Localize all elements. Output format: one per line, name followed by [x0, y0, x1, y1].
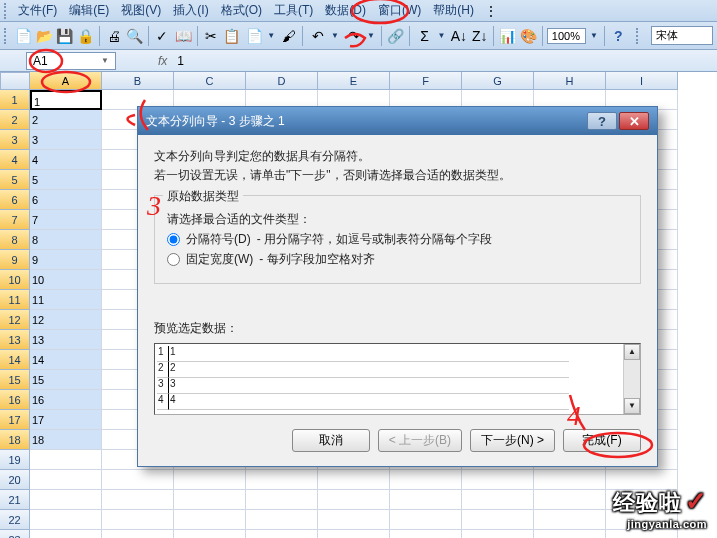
row-header-7[interactable]: 7: [0, 210, 30, 230]
format-painter-icon[interactable]: 🖌: [279, 25, 298, 47]
row-header-22[interactable]: 22: [0, 510, 30, 530]
cell-G23[interactable]: [462, 530, 534, 538]
cell-C20[interactable]: [174, 470, 246, 490]
cell-E21[interactable]: [318, 490, 390, 510]
cell-F20[interactable]: [390, 470, 462, 490]
new-icon[interactable]: 📄: [14, 25, 33, 47]
row-header-19[interactable]: 19: [0, 450, 30, 470]
sort-asc-icon[interactable]: A↓: [449, 25, 468, 47]
paste-icon[interactable]: 📄: [243, 25, 265, 47]
row-header-21[interactable]: 21: [0, 490, 30, 510]
cell-C21[interactable]: [174, 490, 246, 510]
cell-B21[interactable]: [102, 490, 174, 510]
cell-F21[interactable]: [390, 490, 462, 510]
row-header-4[interactable]: 4: [0, 150, 30, 170]
column-header-B[interactable]: B: [102, 72, 174, 90]
undo-icon[interactable]: ↶: [307, 25, 329, 47]
menu-insert[interactable]: 插入(I): [167, 0, 214, 21]
sort-desc-icon[interactable]: Z↓: [470, 25, 489, 47]
cell-A12[interactable]: 12: [30, 310, 102, 330]
cell-H23[interactable]: [534, 530, 606, 538]
cell-E20[interactable]: [318, 470, 390, 490]
row-header-13[interactable]: 13: [0, 330, 30, 350]
row-header-3[interactable]: 3: [0, 130, 30, 150]
cell-H21[interactable]: [534, 490, 606, 510]
row-header-23[interactable]: 23: [0, 530, 30, 538]
cell-A20[interactable]: [30, 470, 102, 490]
column-header-A[interactable]: A: [30, 72, 102, 90]
cell-A16[interactable]: 16: [30, 390, 102, 410]
cell-D22[interactable]: [246, 510, 318, 530]
column-header-E[interactable]: E: [318, 72, 390, 90]
zoom-arrow[interactable]: ▼: [588, 31, 600, 40]
dialog-help-button[interactable]: ?: [587, 112, 617, 130]
cell-A14[interactable]: 14: [30, 350, 102, 370]
row-header-6[interactable]: 6: [0, 190, 30, 210]
cell-E22[interactable]: [318, 510, 390, 530]
select-all-corner[interactable]: [0, 72, 30, 90]
cell-A21[interactable]: [30, 490, 102, 510]
menu-overflow[interactable]: ⋮: [480, 0, 502, 22]
cell-A13[interactable]: 13: [30, 330, 102, 350]
cell-A17[interactable]: 17: [30, 410, 102, 430]
column-header-C[interactable]: C: [174, 72, 246, 90]
permission-icon[interactable]: 🔒: [76, 25, 95, 47]
menu-view[interactable]: 视图(V): [115, 0, 167, 21]
drawing-icon[interactable]: 🎨: [519, 25, 538, 47]
copy-icon[interactable]: 📋: [222, 25, 241, 47]
cell-A2[interactable]: 2: [30, 110, 102, 130]
cell-A7[interactable]: 7: [30, 210, 102, 230]
save-icon[interactable]: 💾: [56, 25, 75, 47]
cell-A6[interactable]: 6: [30, 190, 102, 210]
font-box[interactable]: 宋体: [651, 26, 713, 45]
row-header-11[interactable]: 11: [0, 290, 30, 310]
cut-icon[interactable]: ✂: [202, 25, 221, 47]
radio-fixed[interactable]: [167, 253, 180, 266]
column-header-D[interactable]: D: [246, 72, 318, 90]
cell-E23[interactable]: [318, 530, 390, 538]
name-box[interactable]: A1 ▼: [26, 52, 116, 70]
scroll-down-icon[interactable]: ▼: [624, 398, 640, 414]
menu-file[interactable]: 文件(F): [12, 0, 63, 21]
preview-scrollbar[interactable]: ▲ ▼: [623, 344, 640, 414]
row-header-5[interactable]: 5: [0, 170, 30, 190]
row-header-15[interactable]: 15: [0, 370, 30, 390]
menu-data[interactable]: 数据(D): [319, 0, 372, 21]
cell-A9[interactable]: 9: [30, 250, 102, 270]
link-icon[interactable]: 🔗: [386, 25, 405, 47]
column-header-H[interactable]: H: [534, 72, 606, 90]
dialog-titlebar[interactable]: 文本分列向导 - 3 步骤之 1 ? ✕: [138, 107, 657, 135]
row-header-12[interactable]: 12: [0, 310, 30, 330]
cell-D20[interactable]: [246, 470, 318, 490]
cell-F22[interactable]: [390, 510, 462, 530]
row-header-17[interactable]: 17: [0, 410, 30, 430]
preview-icon[interactable]: 🔍: [125, 25, 144, 47]
print-icon[interactable]: 🖨: [104, 25, 123, 47]
radio-delimited[interactable]: [167, 233, 180, 246]
cell-C22[interactable]: [174, 510, 246, 530]
zoom-box[interactable]: 100%: [547, 28, 586, 44]
sum-dropdown[interactable]: Σ ▼: [414, 25, 448, 47]
menu-window[interactable]: 窗口(W): [372, 0, 427, 21]
cell-F23[interactable]: [390, 530, 462, 538]
cell-G22[interactable]: [462, 510, 534, 530]
row-header-1[interactable]: 1: [0, 90, 30, 110]
next-button[interactable]: 下一步(N) >: [470, 429, 555, 452]
cell-G20[interactable]: [462, 470, 534, 490]
cell-B20[interactable]: [102, 470, 174, 490]
cell-I23[interactable]: [606, 530, 678, 538]
cell-G21[interactable]: [462, 490, 534, 510]
menu-handle[interactable]: [4, 3, 8, 19]
row-header-20[interactable]: 20: [0, 470, 30, 490]
fx-label[interactable]: fx: [158, 54, 167, 68]
row-header-16[interactable]: 16: [0, 390, 30, 410]
chart-icon[interactable]: 📊: [498, 25, 517, 47]
menu-tools[interactable]: 工具(T): [268, 0, 319, 21]
cell-B22[interactable]: [102, 510, 174, 530]
formula-value[interactable]: 1: [177, 54, 184, 68]
redo-dropdown[interactable]: ↷ ▼: [343, 25, 377, 47]
row-header-8[interactable]: 8: [0, 230, 30, 250]
redo-icon[interactable]: ↷: [343, 25, 365, 47]
cell-A15[interactable]: 15: [30, 370, 102, 390]
cell-A1[interactable]: 1: [30, 90, 102, 110]
